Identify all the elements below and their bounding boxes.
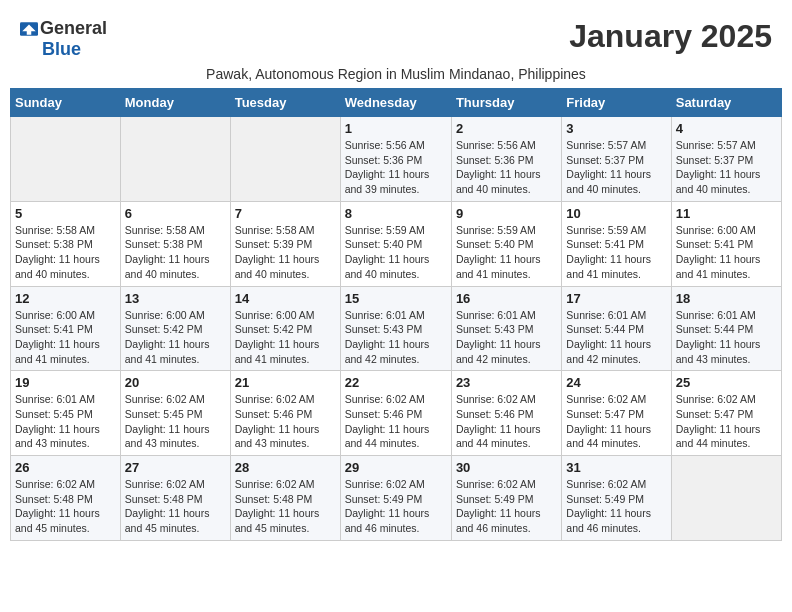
day-number: 26 (15, 460, 116, 475)
day-info: Sunrise: 5:59 AMSunset: 5:40 PMDaylight:… (456, 223, 557, 282)
day-number: 31 (566, 460, 666, 475)
day-number: 16 (456, 291, 557, 306)
calendar-cell: 9Sunrise: 5:59 AMSunset: 5:40 PMDaylight… (451, 201, 561, 286)
day-number: 19 (15, 375, 116, 390)
day-number: 11 (676, 206, 777, 221)
calendar-cell (230, 117, 340, 202)
day-number: 30 (456, 460, 557, 475)
calendar-cell: 16Sunrise: 6:01 AMSunset: 5:43 PMDayligh… (451, 286, 561, 371)
day-number: 1 (345, 121, 447, 136)
day-number: 23 (456, 375, 557, 390)
calendar-cell: 31Sunrise: 6:02 AMSunset: 5:49 PMDayligh… (562, 456, 671, 541)
calendar-cell: 10Sunrise: 5:59 AMSunset: 5:41 PMDayligh… (562, 201, 671, 286)
calendar-cell: 20Sunrise: 6:02 AMSunset: 5:45 PMDayligh… (120, 371, 230, 456)
day-number: 13 (125, 291, 226, 306)
day-info: Sunrise: 6:01 AMSunset: 5:45 PMDaylight:… (15, 392, 116, 451)
day-info: Sunrise: 5:56 AMSunset: 5:36 PMDaylight:… (456, 138, 557, 197)
day-number: 22 (345, 375, 447, 390)
subtitle: Pawak, Autonomous Region in Muslim Minda… (10, 66, 782, 82)
logo-blue: Blue (42, 39, 81, 60)
calendar-cell: 30Sunrise: 6:02 AMSunset: 5:49 PMDayligh… (451, 456, 561, 541)
day-info: Sunrise: 6:02 AMSunset: 5:49 PMDaylight:… (456, 477, 557, 536)
day-number: 15 (345, 291, 447, 306)
calendar-cell: 19Sunrise: 6:01 AMSunset: 5:45 PMDayligh… (11, 371, 121, 456)
calendar-cell: 3Sunrise: 5:57 AMSunset: 5:37 PMDaylight… (562, 117, 671, 202)
day-number: 21 (235, 375, 336, 390)
day-info: Sunrise: 6:01 AMSunset: 5:43 PMDaylight:… (456, 308, 557, 367)
day-info: Sunrise: 6:00 AMSunset: 5:41 PMDaylight:… (676, 223, 777, 282)
header: General Blue January 2025 (10, 10, 782, 64)
day-info: Sunrise: 6:02 AMSunset: 5:48 PMDaylight:… (235, 477, 336, 536)
day-info: Sunrise: 6:02 AMSunset: 5:46 PMDaylight:… (456, 392, 557, 451)
calendar-cell: 23Sunrise: 6:02 AMSunset: 5:46 PMDayligh… (451, 371, 561, 456)
day-number: 9 (456, 206, 557, 221)
calendar-cell: 18Sunrise: 6:01 AMSunset: 5:44 PMDayligh… (671, 286, 781, 371)
calendar-cell (120, 117, 230, 202)
calendar-cell (671, 456, 781, 541)
day-info: Sunrise: 5:58 AMSunset: 5:38 PMDaylight:… (125, 223, 226, 282)
calendar-cell: 24Sunrise: 6:02 AMSunset: 5:47 PMDayligh… (562, 371, 671, 456)
day-number: 10 (566, 206, 666, 221)
column-header-monday: Monday (120, 89, 230, 117)
day-number: 24 (566, 375, 666, 390)
day-info: Sunrise: 6:02 AMSunset: 5:49 PMDaylight:… (345, 477, 447, 536)
column-header-wednesday: Wednesday (340, 89, 451, 117)
day-info: Sunrise: 5:59 AMSunset: 5:40 PMDaylight:… (345, 223, 447, 282)
calendar-cell: 4Sunrise: 5:57 AMSunset: 5:37 PMDaylight… (671, 117, 781, 202)
calendar-cell: 26Sunrise: 6:02 AMSunset: 5:48 PMDayligh… (11, 456, 121, 541)
calendar-cell: 11Sunrise: 6:00 AMSunset: 5:41 PMDayligh… (671, 201, 781, 286)
calendar-cell: 22Sunrise: 6:02 AMSunset: 5:46 PMDayligh… (340, 371, 451, 456)
day-number: 8 (345, 206, 447, 221)
day-info: Sunrise: 5:58 AMSunset: 5:39 PMDaylight:… (235, 223, 336, 282)
day-info: Sunrise: 6:02 AMSunset: 5:48 PMDaylight:… (15, 477, 116, 536)
day-number: 7 (235, 206, 336, 221)
day-number: 12 (15, 291, 116, 306)
calendar-cell: 21Sunrise: 6:02 AMSunset: 5:46 PMDayligh… (230, 371, 340, 456)
logo: General Blue (20, 18, 107, 60)
day-info: Sunrise: 6:00 AMSunset: 5:41 PMDaylight:… (15, 308, 116, 367)
calendar-cell: 5Sunrise: 5:58 AMSunset: 5:38 PMDaylight… (11, 201, 121, 286)
calendar-table: SundayMondayTuesdayWednesdayThursdayFrid… (10, 88, 782, 541)
calendar-cell: 25Sunrise: 6:02 AMSunset: 5:47 PMDayligh… (671, 371, 781, 456)
day-number: 18 (676, 291, 777, 306)
logo-icon (20, 20, 38, 38)
day-number: 2 (456, 121, 557, 136)
day-number: 27 (125, 460, 226, 475)
day-info: Sunrise: 5:57 AMSunset: 5:37 PMDaylight:… (566, 138, 666, 197)
calendar-cell: 14Sunrise: 6:00 AMSunset: 5:42 PMDayligh… (230, 286, 340, 371)
calendar-cell: 7Sunrise: 5:58 AMSunset: 5:39 PMDaylight… (230, 201, 340, 286)
day-number: 17 (566, 291, 666, 306)
day-number: 29 (345, 460, 447, 475)
day-info: Sunrise: 6:02 AMSunset: 5:47 PMDaylight:… (566, 392, 666, 451)
calendar-cell: 13Sunrise: 6:00 AMSunset: 5:42 PMDayligh… (120, 286, 230, 371)
day-info: Sunrise: 5:57 AMSunset: 5:37 PMDaylight:… (676, 138, 777, 197)
calendar-cell: 15Sunrise: 6:01 AMSunset: 5:43 PMDayligh… (340, 286, 451, 371)
calendar-cell: 8Sunrise: 5:59 AMSunset: 5:40 PMDaylight… (340, 201, 451, 286)
calendar-cell: 17Sunrise: 6:01 AMSunset: 5:44 PMDayligh… (562, 286, 671, 371)
day-info: Sunrise: 6:02 AMSunset: 5:46 PMDaylight:… (345, 392, 447, 451)
day-info: Sunrise: 6:01 AMSunset: 5:43 PMDaylight:… (345, 308, 447, 367)
calendar-cell: 2Sunrise: 5:56 AMSunset: 5:36 PMDaylight… (451, 117, 561, 202)
day-number: 20 (125, 375, 226, 390)
day-info: Sunrise: 6:01 AMSunset: 5:44 PMDaylight:… (566, 308, 666, 367)
day-info: Sunrise: 6:02 AMSunset: 5:46 PMDaylight:… (235, 392, 336, 451)
day-number: 14 (235, 291, 336, 306)
day-number: 6 (125, 206, 226, 221)
day-number: 28 (235, 460, 336, 475)
day-info: Sunrise: 6:01 AMSunset: 5:44 PMDaylight:… (676, 308, 777, 367)
column-header-saturday: Saturday (671, 89, 781, 117)
column-header-thursday: Thursday (451, 89, 561, 117)
day-info: Sunrise: 5:58 AMSunset: 5:38 PMDaylight:… (15, 223, 116, 282)
calendar-cell (11, 117, 121, 202)
logo-general: General (40, 18, 107, 39)
day-info: Sunrise: 6:00 AMSunset: 5:42 PMDaylight:… (235, 308, 336, 367)
day-number: 4 (676, 121, 777, 136)
day-info: Sunrise: 5:56 AMSunset: 5:36 PMDaylight:… (345, 138, 447, 197)
day-info: Sunrise: 5:59 AMSunset: 5:41 PMDaylight:… (566, 223, 666, 282)
calendar-cell: 29Sunrise: 6:02 AMSunset: 5:49 PMDayligh… (340, 456, 451, 541)
day-info: Sunrise: 6:02 AMSunset: 5:45 PMDaylight:… (125, 392, 226, 451)
month-title: January 2025 (569, 18, 772, 55)
day-info: Sunrise: 6:02 AMSunset: 5:48 PMDaylight:… (125, 477, 226, 536)
day-number: 25 (676, 375, 777, 390)
calendar-cell: 1Sunrise: 5:56 AMSunset: 5:36 PMDaylight… (340, 117, 451, 202)
